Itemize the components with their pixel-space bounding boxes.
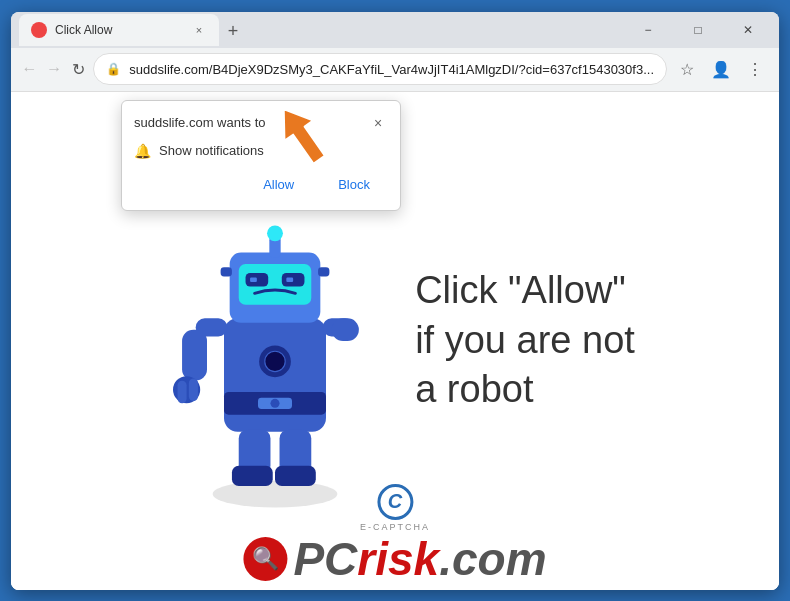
svg-rect-16 (182, 329, 207, 380)
menu-button[interactable]: ⋮ (739, 53, 771, 85)
magnify-icon: 🔍 (243, 537, 287, 581)
svg-marker-28 (269, 98, 334, 169)
tab-close-button[interactable]: × (191, 22, 207, 38)
active-tab[interactable]: Click Allow × (19, 14, 219, 46)
captcha-label: E-CAPTCHA (360, 522, 430, 532)
watermark: C E-CAPTCHA 🔍 PCrisk.com (243, 484, 546, 582)
address-bar[interactable]: 🔒 suddslife.com/B4DjeX9DzSMy3_CAKFaYfiL_… (93, 53, 667, 85)
window-controls: − □ ✕ (625, 12, 771, 48)
browser-window: Click Allow × + − □ ✕ ← → ↻ 🔒 suddslife.… (11, 12, 779, 590)
close-button[interactable]: ✕ (725, 12, 771, 48)
tab-title: Click Allow (55, 23, 183, 37)
svg-rect-18 (178, 380, 187, 403)
page-inner: Click "Allow"if you are nota robot (155, 171, 635, 511)
minimize-button[interactable]: − (625, 12, 671, 48)
popup-header: suddslife.com wants to × (134, 113, 388, 133)
bell-icon: 🔔 (134, 143, 151, 159)
main-text: Click "Allow"if you are nota robot (415, 266, 635, 414)
robot-illustration (155, 171, 395, 511)
popup-close-button[interactable]: × (368, 113, 388, 133)
new-tab-button[interactable]: + (219, 18, 247, 46)
bookmark-button[interactable]: ☆ (671, 53, 703, 85)
url-text: suddslife.com/B4DjeX9DzSMy3_CAKFaYfiL_Va… (129, 62, 654, 77)
svg-rect-19 (189, 378, 198, 401)
svg-rect-21 (332, 318, 359, 341)
arrow-pointer (269, 98, 339, 182)
popup-buttons: Allow Block (134, 171, 388, 198)
forward-button[interactable]: → (44, 53, 65, 85)
profile-button[interactable]: 👤 (705, 53, 737, 85)
notification-text: Show notifications (159, 143, 264, 158)
popup-notification-row: 🔔 Show notifications (134, 143, 388, 159)
popup-title: suddslife.com wants to (134, 115, 266, 130)
back-button[interactable]: ← (19, 53, 40, 85)
reload-button[interactable]: ↻ (69, 53, 90, 85)
toolbar: ← → ↻ 🔒 suddslife.com/B4DjeX9DzSMy3_CAKF… (11, 48, 779, 92)
title-bar: Click Allow × + − □ ✕ (11, 12, 779, 48)
maximize-button[interactable]: □ (675, 12, 721, 48)
tab-favicon (31, 22, 47, 38)
svg-rect-25 (275, 465, 316, 485)
permission-popup: suddslife.com wants to × 🔔 Show notifica… (121, 100, 401, 211)
svg-rect-27 (318, 267, 329, 276)
lock-icon: 🔒 (106, 62, 121, 76)
toolbar-right: ☆ 👤 ⋮ (671, 53, 771, 85)
svg-rect-24 (232, 465, 273, 485)
svg-rect-11 (250, 277, 257, 282)
pcrisk-text: PCrisk.com (293, 536, 546, 582)
pcrisk-row: 🔍 PCrisk.com (243, 536, 546, 582)
content-area: Click "Allow"if you are nota robot C E-C… (11, 92, 779, 590)
captcha-c-icon: C (377, 484, 413, 520)
svg-point-4 (271, 398, 280, 407)
svg-point-6 (265, 351, 285, 371)
svg-point-14 (267, 225, 283, 241)
svg-rect-12 (286, 277, 293, 282)
tab-bar: Click Allow × + (19, 14, 619, 46)
svg-rect-26 (221, 267, 232, 276)
